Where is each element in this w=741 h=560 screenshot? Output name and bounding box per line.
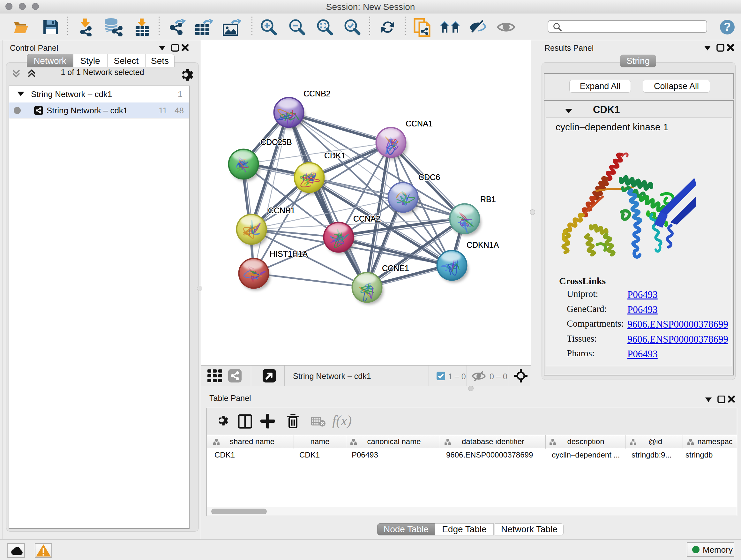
- svg-text:CCNB2: CCNB2: [304, 89, 331, 98]
- svg-text:HIST1H1A: HIST1H1A: [270, 249, 308, 258]
- svg-text:RB1: RB1: [480, 195, 496, 204]
- svg-text:CCNA2: CCNA2: [353, 214, 381, 223]
- svg-text:CDC6: CDC6: [418, 173, 440, 182]
- svg-text:CDC25B: CDC25B: [260, 138, 292, 146]
- svg-text:CDKN1A: CDKN1A: [467, 240, 499, 249]
- svg-text:CCNB1: CCNB1: [268, 206, 295, 215]
- svg-text:CCNE1: CCNE1: [382, 264, 409, 273]
- svg-text:CCNA1: CCNA1: [406, 119, 433, 128]
- svg-text:CDK1: CDK1: [324, 151, 346, 160]
